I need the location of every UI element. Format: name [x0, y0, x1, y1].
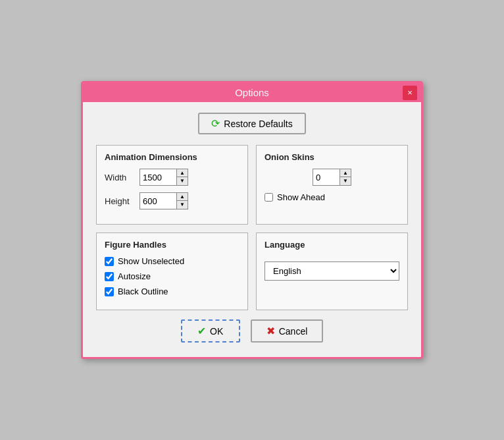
width-label: Width: [105, 173, 134, 182]
show-ahead-checkbox[interactable]: [265, 193, 273, 202]
height-label: Height: [105, 196, 134, 206]
cancel-button[interactable]: ✖ Cancel: [251, 319, 324, 343]
show-unselected-label: Show Unselected: [118, 256, 184, 266]
ok-label: OK: [210, 326, 223, 337]
black-outline-label: Black Outline: [118, 287, 168, 296]
language-label: Language: [265, 240, 399, 250]
ok-icon: ✔: [197, 325, 206, 337]
restore-defaults-row: ⟳ Restore Defaults: [96, 113, 408, 134]
figure-handles-section: Figure Handles Show Unselected Autosize …: [96, 233, 248, 310]
restore-icon: ⟳: [211, 117, 220, 130]
options-dialog: Options × ⟳ Restore Defaults Animation D…: [81, 81, 423, 359]
show-ahead-row: Show Ahead: [265, 192, 399, 202]
onion-decrement-button[interactable]: ▼: [340, 177, 351, 185]
dialog-title: Options: [235, 87, 269, 98]
restore-defaults-button[interactable]: ⟳ Restore Defaults: [198, 113, 305, 134]
language-select[interactable]: English French Spanish German Japanese: [265, 261, 399, 281]
onion-skins-spinbox: ▲ ▼: [313, 169, 351, 186]
bottom-sections: Figure Handles Show Unselected Autosize …: [96, 233, 408, 310]
show-unselected-checkbox[interactable]: [105, 257, 114, 266]
title-bar: Options ×: [83, 83, 421, 102]
width-spinbox: ▲ ▼: [139, 169, 188, 186]
figure-handles-label: Figure Handles: [105, 240, 239, 250]
height-field-row: Height ▲ ▼: [105, 192, 239, 209]
height-increment-button[interactable]: ▲: [177, 193, 188, 201]
restore-defaults-label: Restore Defaults: [224, 119, 292, 129]
width-input[interactable]: [140, 171, 176, 184]
animation-dimensions-label: Animation Dimensions: [105, 152, 239, 162]
dialog-body: ⟳ Restore Defaults Animation Dimensions …: [83, 102, 421, 357]
height-input[interactable]: [140, 195, 176, 207]
animation-dimensions-section: Animation Dimensions Width ▲ ▼ Height: [96, 145, 248, 225]
height-spinbox-buttons: ▲ ▼: [176, 193, 188, 209]
height-decrement-button[interactable]: ▼: [177, 201, 188, 209]
show-unselected-row: Show Unselected: [105, 256, 239, 266]
autosize-label: Autosize: [118, 271, 151, 281]
autosize-checkbox[interactable]: [105, 272, 114, 281]
cancel-icon: ✖: [266, 325, 275, 337]
black-outline-checkbox[interactable]: [105, 287, 114, 296]
ok-button[interactable]: ✔ OK: [181, 319, 240, 343]
onion-skins-label: Onion Skins: [265, 152, 399, 162]
bottom-buttons-row: ✔ OK ✖ Cancel: [96, 319, 408, 346]
cancel-label: Cancel: [279, 326, 308, 337]
language-section: Language English French Spanish German J…: [256, 233, 408, 310]
width-decrement-button[interactable]: ▼: [177, 177, 188, 185]
width-increment-button[interactable]: ▲: [177, 169, 188, 177]
width-field-row: Width ▲ ▼: [105, 169, 239, 186]
top-sections: Animation Dimensions Width ▲ ▼ Height: [96, 145, 408, 225]
height-spinbox: ▲ ▼: [139, 192, 188, 209]
width-spinbox-buttons: ▲ ▼: [176, 169, 188, 185]
black-outline-row: Black Outline: [105, 287, 239, 296]
onion-skins-section: Onion Skins ▲ ▼ Show Ahead: [256, 145, 408, 225]
onion-skins-input[interactable]: [313, 171, 340, 184]
autosize-row: Autosize: [105, 271, 239, 281]
onion-skins-spinbox-buttons: ▲ ▼: [340, 169, 351, 185]
close-button[interactable]: ×: [403, 86, 417, 100]
show-ahead-label: Show Ahead: [277, 192, 325, 202]
onion-increment-button[interactable]: ▲: [340, 169, 351, 177]
